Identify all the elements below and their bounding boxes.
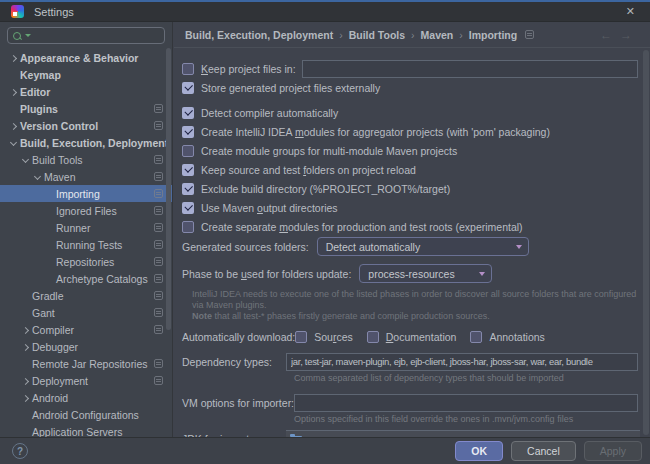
tree-item-label: Appearance & Behavior [20, 52, 138, 64]
checkbox-label: Store generated project files externally [201, 82, 380, 94]
back-icon[interactable]: ← [600, 28, 620, 42]
sidebar-item-version-control[interactable]: Version Control [0, 117, 172, 134]
sidebar-item-running-tests[interactable]: Running Tests [0, 236, 172, 253]
option-row-use-maven-output-directories: Use Maven output directories [182, 198, 640, 217]
sidebar-item-repositories[interactable]: Repositories [0, 253, 172, 270]
checkbox-annotations[interactable] [470, 331, 482, 343]
phase-dropdown[interactable]: process-resources [359, 264, 492, 283]
search-box[interactable] [7, 27, 165, 44]
breadcrumb-segment-build-tools[interactable]: Build Tools [349, 29, 405, 41]
forward-icon[interactable]: → [620, 28, 640, 42]
checkbox-detect-compiler-automatically[interactable] [182, 107, 194, 119]
sidebar-item-gant[interactable]: Gant [0, 304, 172, 321]
content-scrollbar[interactable] [643, 50, 649, 435]
tree-item-label: Compiler [32, 324, 74, 336]
settings-sidebar: Appearance & BehaviorKeymapEditorPlugins… [0, 22, 173, 437]
ok-button[interactable]: OK [455, 441, 503, 461]
dependency-types-hint: Comma separated list of dependency types… [294, 372, 640, 384]
sidebar-item-plugins[interactable]: Plugins [0, 100, 172, 117]
checkbox-sources[interactable] [295, 331, 307, 343]
tree-item-label: Deployment [32, 375, 88, 387]
keep-project-files-input[interactable] [302, 60, 638, 78]
sidebar-item-ignored-files[interactable]: Ignored Files [0, 202, 172, 219]
breadcrumb-segment-importing[interactable]: Importing [469, 29, 517, 41]
settings-dialog: Settings ✕ Appearance & BehaviorKeymapEd… [0, 0, 650, 464]
sidebar-item-build-execution-deployment[interactable]: Build, Execution, Deployment [0, 134, 172, 151]
sidebar-item-appearance-behavior[interactable]: Appearance & Behavior [0, 49, 172, 66]
option-row-keep-project-files-in: Keep project files in: [182, 59, 640, 78]
cancel-button[interactable]: Cancel [511, 441, 576, 461]
sidebar-item-remote-jar-repositories[interactable]: Remote Jar Repositories [0, 355, 172, 372]
jdk-dropdown[interactable]: Use Project JDK (Oracle OpenJDK version … [286, 430, 640, 437]
option-row-store-generated-project-files-externally: Store generated project files externally [182, 78, 640, 97]
checkbox-create-module-groups-for-multi-module-maven-projects[interactable] [182, 145, 194, 157]
auto-download-options: SourcesDocumentationAnnotations [295, 331, 559, 343]
help-button[interactable]: ? [12, 443, 28, 459]
sidebar-item-debugger[interactable]: Debugger [0, 338, 172, 355]
option-row-detect-compiler-automatically: Detect compiler automatically [182, 103, 640, 122]
tree-item-label: Application Servers [32, 426, 122, 438]
jdk-for-importer-row: JDK for importer: Use Project JDK (Oracl… [182, 430, 640, 437]
checkbox-label: Sources [314, 331, 353, 343]
chevron-right-icon[interactable] [8, 120, 20, 132]
checkbox-use-maven-output-directories[interactable] [182, 202, 194, 214]
sidebar-item-keymap[interactable]: Keymap [0, 66, 172, 83]
checkbox-list: Keep project files in:Store generated pr… [182, 59, 640, 236]
checkbox-create-intellij-idea-modules-for-aggregator-projects-with-pom-packaging[interactable] [182, 126, 194, 138]
close-icon[interactable]: ✕ [620, 3, 641, 20]
sidebar-item-compiler[interactable]: Compiler [0, 321, 172, 338]
settings-page-icon [154, 308, 163, 317]
chevron-right-icon[interactable] [20, 375, 32, 387]
sidebar-item-importing[interactable]: Importing [0, 185, 172, 202]
chevron-down-icon[interactable] [32, 171, 44, 183]
sidebar-item-android[interactable]: Android [0, 389, 172, 406]
sidebar-item-android-configurations[interactable]: Android Configurations [0, 406, 172, 423]
sidebar-item-maven[interactable]: Maven [0, 168, 172, 185]
chevron-right-icon[interactable] [20, 392, 32, 404]
sidebar-item-deployment[interactable]: Deployment [0, 372, 172, 389]
checkbox-label: Create module groups for multi-module Ma… [201, 145, 457, 157]
breadcrumb: Build, Execution, Deployment›Build Tools… [174, 22, 650, 48]
chevron-spacer [8, 69, 20, 81]
checkbox-documentation[interactable] [367, 331, 379, 343]
tree-item-label: Debugger [32, 341, 78, 353]
breadcrumb-segments: Build, Execution, Deployment›Build Tools… [185, 29, 517, 41]
chevron-right-icon[interactable] [8, 52, 20, 64]
sidebar-item-application-servers[interactable]: Application Servers [0, 423, 172, 437]
breadcrumb-segment-maven[interactable]: Maven [421, 29, 454, 41]
checkbox-label: Keep source and test folders on project … [201, 164, 416, 176]
checkbox-create-separate-modules-for-production-and-test-roots-experimental[interactable] [182, 221, 194, 233]
auto-download-sources: Sources [295, 331, 353, 343]
chevron-spacer [20, 307, 32, 319]
auto-download-label: Automatically download: [182, 331, 295, 343]
sidebar-item-gradle[interactable]: Gradle [0, 287, 172, 304]
vm-options-input[interactable] [294, 394, 638, 412]
sidebar-item-archetype-catalogs[interactable]: Archetype Catalogs [0, 270, 172, 287]
chevron-spacer [20, 290, 32, 302]
checkbox-exclude-build-directory-project-root-target[interactable] [182, 183, 194, 195]
dependency-types-input[interactable] [286, 353, 638, 371]
dependency-types-row: Dependency types: [182, 352, 640, 371]
tree-item-label: Build, Execution, Deployment [20, 137, 168, 149]
sidebar-scrollbar[interactable] [166, 48, 171, 330]
chevron-right-icon[interactable] [20, 341, 32, 353]
checkbox-label: Exclude build directory (%PROJECT_ROOT%/… [201, 183, 450, 195]
checkbox-keep-project-files-in[interactable] [182, 63, 194, 75]
chevron-down-icon[interactable] [8, 137, 20, 149]
phase-row: Phase to be used for folders update: pro… [182, 264, 640, 283]
checkbox-keep-source-and-test-folders-on-project-reload[interactable] [182, 164, 194, 176]
search-input[interactable] [35, 30, 159, 42]
chevron-spacer [44, 239, 56, 251]
generated-sources-dropdown[interactable]: Detect automatically [317, 237, 529, 256]
sidebar-item-build-tools[interactable]: Build Tools [0, 151, 172, 168]
settings-page-icon [154, 155, 163, 164]
jdk-label: JDK for importer: [182, 430, 286, 437]
chevron-right-icon[interactable] [20, 324, 32, 336]
breadcrumb-segment-build-execution-deployment[interactable]: Build, Execution, Deployment [185, 29, 333, 41]
sidebar-item-editor[interactable]: Editor [0, 83, 172, 100]
chevron-right-icon[interactable] [8, 86, 20, 98]
auto-download-row: Automatically download: SourcesDocumenta… [182, 327, 640, 346]
sidebar-item-runner[interactable]: Runner [0, 219, 172, 236]
chevron-down-icon[interactable] [20, 154, 32, 166]
checkbox-store-generated-project-files-externally[interactable] [182, 82, 194, 94]
